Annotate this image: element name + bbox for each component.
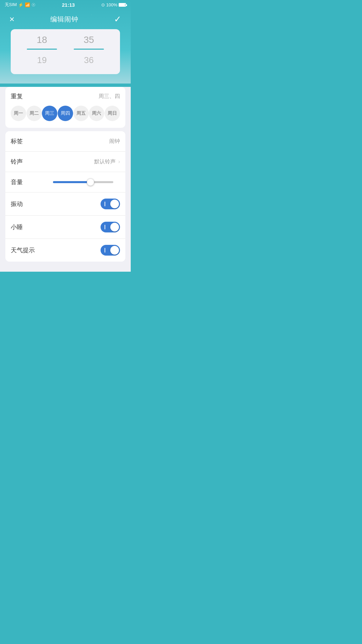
vibration-label: 振动 [11, 200, 23, 208]
weather-label: 天气提示 [11, 246, 35, 254]
repeat-label: 重复 [11, 92, 23, 100]
wifi-status-icon: ☉ [32, 2, 36, 7]
toggle-line-icon [105, 202, 105, 206]
hour-bottom-value: 19 [37, 53, 47, 67]
page-header: × 编辑闹钟 ✓ [0, 9, 131, 29]
vibration-row[interactable]: 振动 [5, 193, 125, 216]
minute-column[interactable]: 35 36 [70, 33, 107, 67]
battery-label: 100% [106, 2, 117, 7]
minute-bottom-value: 36 [84, 53, 94, 67]
settings-section: 标签 闹钟 铃声 默认铃声 › 音量 振动 [5, 131, 125, 262]
minute-top-value: 35 [83, 33, 94, 47]
weather-toggle[interactable] [101, 245, 120, 256]
minute-divider [74, 49, 104, 50]
slider-thumb[interactable] [87, 178, 94, 186]
day-button-tue[interactable]: 周二 [26, 106, 42, 121]
ringtone-label: 铃声 [11, 158, 23, 166]
day-button-sat[interactable]: 周六 [89, 106, 104, 121]
battery-icon [119, 3, 126, 7]
slider-track[interactable] [53, 181, 113, 183]
ringtone-row[interactable]: 铃声 默认铃声 › [5, 152, 125, 172]
hour-column[interactable]: 18 19 [23, 33, 60, 67]
day-button-thu[interactable]: 周四 [58, 106, 73, 121]
repeat-section: 重复 周三、四 周一周二周三周四周五周六周日 [5, 87, 125, 128]
snooze-toggle[interactable] [101, 222, 120, 232]
toggle-knob [110, 246, 119, 255]
repeat-value: 周三、四 [99, 93, 120, 100]
day-button-sun[interactable]: 周日 [105, 106, 120, 121]
toggle-knob [110, 200, 119, 208]
snooze-label: 小睡 [11, 223, 23, 231]
cancel-button[interactable]: × [7, 13, 17, 26]
tag-value: 闹钟 [109, 138, 120, 145]
day-button-fri[interactable]: 周五 [73, 106, 89, 121]
chevron-right-icon: › [118, 159, 120, 165]
clock-label: 21:13 [62, 2, 75, 8]
days-row: 周一周二周三周四周五周六周日 [11, 106, 120, 121]
wifi-icon: ⊙ [101, 2, 105, 7]
tag-label: 标签 [11, 137, 23, 145]
volume-label: 音量 [11, 178, 23, 186]
time-picker[interactable]: 18 19 35 36 [0, 29, 131, 79]
volume-row[interactable]: 音量 [5, 172, 125, 193]
repeat-header: 重复 周三、四 [11, 92, 120, 100]
day-button-wed[interactable]: 周三 [42, 106, 57, 121]
vibration-toggle[interactable] [101, 199, 120, 209]
confirm-button[interactable]: ✓ [111, 13, 124, 26]
toggle-knob [110, 223, 119, 231]
tag-row[interactable]: 标签 闹钟 [5, 131, 125, 152]
page-title: 编辑闹钟 [50, 15, 78, 24]
weather-row[interactable]: 天气提示 [5, 239, 125, 262]
sim-icon: 📶 [25, 2, 30, 7]
status-left: 无SIM ⚡ 📶 ☉ [5, 2, 36, 8]
status-right: ⊙ 100% [101, 2, 126, 7]
hour-top-value: 18 [37, 33, 47, 47]
toggle-line-icon [105, 225, 105, 229]
snooze-row[interactable]: 小睡 [5, 216, 125, 239]
volume-slider[interactable] [53, 181, 120, 183]
ringtone-value: 默认铃声 › [94, 158, 120, 165]
slider-fill [53, 181, 90, 183]
day-button-mon[interactable]: 周一 [11, 106, 26, 121]
hour-divider [27, 49, 57, 50]
carrier-label: 无SIM [5, 2, 17, 8]
usb-icon: ⚡ [18, 2, 23, 7]
toggle-line-icon [105, 248, 105, 253]
status-bar: 无SIM ⚡ 📶 ☉ 21:13 ⊙ 100% [0, 0, 131, 9]
